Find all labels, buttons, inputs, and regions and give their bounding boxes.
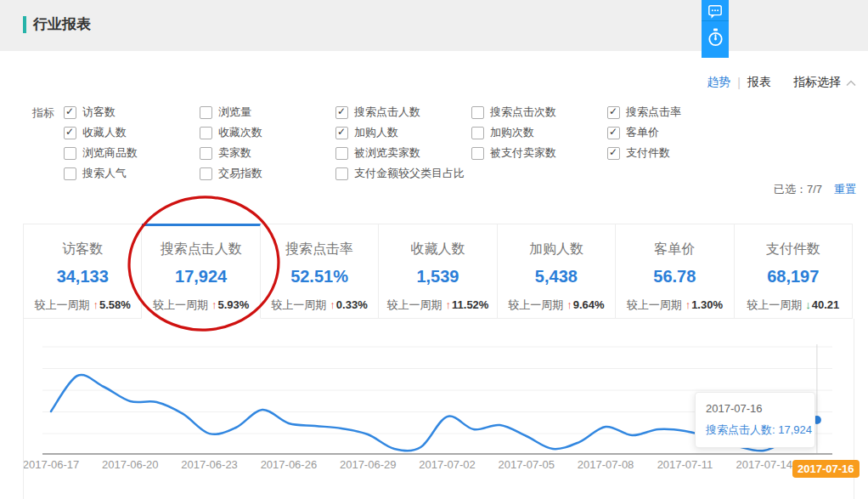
card-value: 1,539 — [379, 267, 496, 286]
checkbox-label: 被浏览卖家数 — [354, 145, 420, 161]
checkbox[interactable] — [64, 167, 76, 180]
trend-arrow-icon: ↑ — [211, 298, 217, 311]
metric-checkbox-item[interactable]: 搜索点击次数 — [471, 102, 607, 122]
checkbox-label: 被支付卖家数 — [490, 145, 556, 161]
checkbox-label: 支付金额较父类目占比 — [354, 166, 465, 181]
metric-column-1: 访客数 收藏人数 浏览商品数 搜索人气 — [64, 102, 200, 184]
x-axis-label: 2017-07-11 — [657, 458, 713, 471]
checkbox-label: 搜索点击率 — [626, 105, 681, 120]
checkbox[interactable] — [335, 127, 348, 139]
card-title: 客单价 — [616, 241, 733, 258]
reset-link[interactable]: 重置 — [834, 182, 856, 197]
checkbox-label: 加购人数 — [354, 125, 398, 140]
metric-checkbox-item[interactable]: 交易指数 — [200, 163, 335, 184]
card-delta: 较上一周期↑11.52% — [379, 298, 496, 313]
metric-checkbox-item[interactable]: 搜索点击率 — [607, 102, 743, 122]
report-view-link[interactable]: 报表 — [747, 75, 771, 90]
metric-column-5: 搜索点击率 客单价 支付件数 — [607, 102, 743, 184]
metric-select-label: 指标选择 — [793, 75, 841, 90]
checkbox-label: 浏览量 — [218, 105, 251, 120]
checkbox-label: 访客数 — [82, 105, 116, 120]
metric-checkbox-item[interactable]: 加购人数 — [335, 122, 471, 143]
card-value: 56.78 — [616, 267, 733, 286]
card-value: 5,438 — [498, 267, 615, 286]
metric-checkbox-item[interactable]: 访客数 — [64, 102, 200, 122]
card-value: 68,197 — [735, 267, 852, 286]
tooltip-date: 2017-07-16 — [706, 402, 804, 415]
selected-count: 已选：7/7 — [774, 182, 822, 197]
x-axis-label: 2017-06-17 — [24, 458, 79, 471]
trend-arrow-icon: ↑ — [446, 298, 452, 311]
checkbox[interactable] — [335, 106, 348, 119]
feedback-chat-button[interactable] — [702, 0, 729, 21]
metric-checkbox-item[interactable]: 卖家数 — [200, 143, 335, 163]
toolbar-divider: | — [737, 76, 741, 89]
card-value: 34,133 — [24, 267, 141, 286]
x-axis-label: 2017-06-23 — [181, 458, 238, 471]
metric-checkbox-item[interactable]: 支付金额较父类目占比 — [335, 163, 471, 184]
metric-card-tabs: 访客数 34,133 较上一周期↑5.58% 搜索点击人数 17,924 较上一… — [23, 224, 853, 319]
checkbox-label: 收藏人数 — [82, 125, 127, 140]
x-axis-label: 2017-06-20 — [102, 458, 159, 471]
trend-arrow-icon: ↓ — [805, 298, 811, 311]
metric-checkbox-item[interactable]: 收藏次数 — [200, 122, 335, 143]
checkbox-label: 搜索人气 — [82, 166, 127, 181]
checkbox[interactable] — [607, 147, 620, 160]
metric-column-4: 搜索点击次数 加购次数 被支付卖家数 — [471, 102, 607, 184]
metric-checkbox-item[interactable]: 收藏人数 — [64, 122, 200, 143]
checkbox[interactable] — [471, 127, 484, 139]
checkbox[interactable] — [607, 106, 620, 119]
card-value: 17,924 — [142, 267, 259, 286]
metric-card[interactable]: 客单价 56.78 较上一周期↑1.30% — [616, 224, 734, 319]
checkbox[interactable] — [200, 147, 212, 160]
tooltip-value: 搜索点击人数: 17,924 — [706, 422, 804, 438]
metric-select-toggle[interactable]: 指标选择 — [793, 75, 856, 90]
metric-checkbox-item[interactable]: 浏览商品数 — [64, 143, 200, 163]
metric-checkbox-item[interactable]: 被支付卖家数 — [471, 143, 607, 163]
checkbox[interactable] — [335, 147, 348, 160]
checkbox[interactable] — [64, 127, 76, 139]
checkbox-label: 客单价 — [626, 125, 659, 140]
checkbox[interactable] — [200, 167, 212, 180]
checkbox[interactable] — [64, 147, 76, 160]
timer-button[interactable] — [702, 21, 729, 58]
metric-checkbox-item[interactable]: 浏览量 — [200, 102, 335, 122]
checkbox[interactable] — [471, 147, 484, 160]
metric-checkbox-item[interactable]: 被浏览卖家数 — [335, 143, 471, 163]
metric-checkbox-item[interactable]: 加购次数 — [471, 122, 607, 143]
chart-tooltip: 2017-07-16 搜索点击人数: 17,924 — [695, 392, 815, 448]
metric-card[interactable]: 支付件数 68,197 较上一周期↓40.21 — [735, 224, 853, 319]
card-title: 访客数 — [24, 241, 141, 258]
x-axis-label: 2017-06-26 — [261, 458, 318, 471]
checkbox[interactable] — [335, 167, 348, 180]
card-title: 搜索点击人数 — [142, 241, 259, 258]
card-title: 收藏人数 — [379, 241, 496, 258]
checkbox[interactable] — [607, 127, 620, 139]
checkbox-label: 卖家数 — [218, 145, 251, 161]
checkbox[interactable] — [200, 106, 212, 119]
metric-checkbox-item[interactable]: 客单价 — [607, 122, 743, 143]
card-delta: 较上一周期↑5.93% — [142, 298, 259, 313]
x-axis-label: 2017-06-29 — [340, 458, 397, 471]
trend-arrow-icon: ↑ — [685, 298, 691, 311]
checkbox[interactable] — [471, 106, 484, 119]
trend-arrow-icon: ↑ — [566, 298, 572, 311]
checkbox[interactable] — [200, 127, 212, 139]
chevron-up-icon — [846, 76, 856, 89]
checkbox[interactable] — [64, 106, 76, 119]
metric-checkbox-item[interactable]: 搜索人气 — [64, 163, 200, 184]
metric-card[interactable]: 收藏人数 1,539 较上一周期↑11.52% — [379, 224, 497, 319]
checkbox-label: 加购次数 — [490, 125, 534, 140]
metric-card[interactable]: 搜索点击率 52.51% 较上一周期↑0.33% — [261, 224, 379, 319]
metric-card[interactable]: 访客数 34,133 较上一周期↑5.58% — [23, 224, 142, 319]
card-title: 支付件数 — [735, 241, 852, 258]
metric-checkbox-item[interactable]: 支付件数 — [607, 143, 743, 163]
x-axis-highlight-label: 2017-07-16 — [792, 460, 860, 478]
checkbox-label: 搜索点击次数 — [490, 105, 556, 120]
x-axis-label: 2017-07-05 — [499, 458, 555, 471]
card-delta: 较上一周期↑0.33% — [261, 298, 378, 313]
trend-view-link[interactable]: 趋势 — [707, 75, 730, 90]
metric-card[interactable]: 加购人数 5,438 较上一周期↑9.64% — [498, 224, 616, 319]
metric-card[interactable]: 搜索点击人数 17,924 较上一周期↑5.93% — [142, 224, 260, 319]
metric-checkbox-item[interactable]: 搜索点击人数 — [335, 102, 471, 122]
